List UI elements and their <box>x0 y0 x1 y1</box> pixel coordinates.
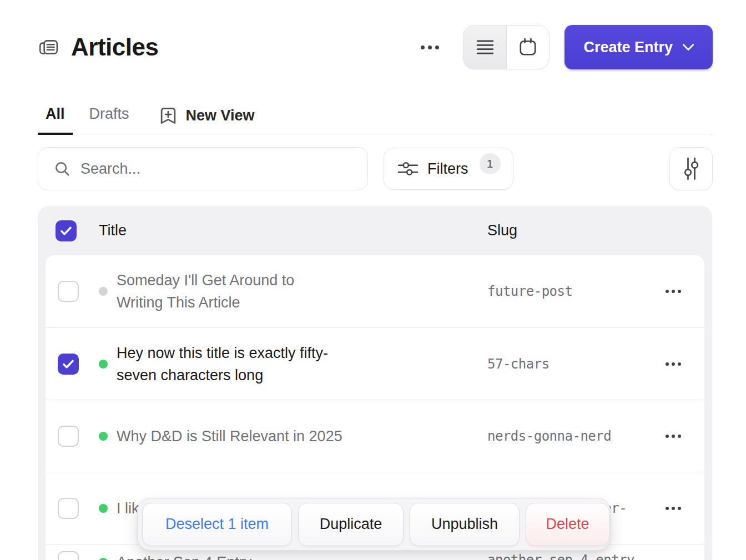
row-menu-button[interactable] <box>662 286 684 296</box>
sliders-horizontal-icon <box>397 160 419 178</box>
chevron-down-icon <box>683 44 694 51</box>
sliders-vertical-icon <box>682 157 700 181</box>
display-options-button[interactable] <box>669 147 713 190</box>
row-checkbox[interactable] <box>58 354 79 375</box>
tab-all[interactable]: All <box>38 103 73 135</box>
search-input[interactable] <box>80 160 354 178</box>
entry-slug: nerds-gonna-nerd <box>487 427 648 445</box>
column-header-slug[interactable]: Slug <box>487 222 517 239</box>
status-dot <box>99 558 108 560</box>
column-header-title[interactable]: Title <box>99 222 127 239</box>
unpublish-button[interactable]: Unpublish <box>410 503 520 546</box>
bulk-action-bar: Deselect 1 item Duplicate Unpublish Dele… <box>137 498 611 551</box>
entry-title[interactable]: Why D&D is Still Relevant in 2025 <box>117 425 344 447</box>
page-title: Articles <box>71 33 158 61</box>
row-menu-button[interactable] <box>662 431 684 441</box>
page-header: Articles <box>38 24 713 70</box>
page-header-left: Articles <box>38 33 158 61</box>
articles-page: Articles <box>0 0 746 560</box>
row-checkbox[interactable] <box>58 281 79 302</box>
checkmark-icon <box>62 359 74 369</box>
row-menu-button[interactable] <box>662 359 684 369</box>
calendar-view-button[interactable] <box>506 26 550 69</box>
filters-count-badge: 1 <box>480 153 501 174</box>
search-box <box>38 147 368 190</box>
row-checkbox[interactable] <box>58 498 79 519</box>
table-row[interactable]: Hey now this title is exactly fifty-seve… <box>46 327 704 400</box>
create-entry-button[interactable]: Create Entry <box>564 25 713 69</box>
view-mode-toggle <box>463 25 550 69</box>
tab-drafts[interactable]: Drafts <box>82 103 137 135</box>
list-view-button[interactable] <box>463 26 506 69</box>
table-header: Title Slug <box>38 206 712 255</box>
row-checkbox[interactable] <box>58 551 79 560</box>
status-dot <box>99 360 108 369</box>
more-actions-button[interactable] <box>417 35 442 59</box>
calendar-icon <box>518 37 538 57</box>
duplicate-button[interactable]: Duplicate <box>298 503 404 546</box>
filters-button[interactable]: Filters 1 <box>384 148 513 190</box>
list-icon <box>475 38 495 57</box>
status-dot <box>99 432 108 441</box>
filters-label: Filters <box>427 160 468 178</box>
table-row[interactable]: Why D&D is Still Relevant in 2025 nerds-… <box>46 400 704 472</box>
more-icon <box>421 46 425 49</box>
delete-button[interactable]: Delete <box>526 503 609 546</box>
entry-title[interactable]: Someday I'll Get Around to Writing This … <box>117 269 344 314</box>
status-dot <box>99 504 108 513</box>
select-all-checkbox[interactable] <box>56 220 77 241</box>
new-view-button[interactable]: New View <box>160 107 255 134</box>
entry-slug: 57-chars <box>487 355 648 373</box>
view-tabs: All Drafts New View <box>38 103 713 134</box>
checkmark-icon <box>60 226 72 236</box>
filter-bar: Filters 1 <box>38 147 713 190</box>
entry-title[interactable]: Another Sep 4 Entry <box>117 551 344 560</box>
entry-slug: another-sep-4-entry <box>487 551 648 560</box>
collection-icon <box>38 37 59 58</box>
row-menu-button[interactable] <box>662 503 684 513</box>
table-row[interactable]: Someday I'll Get Around to Writing This … <box>46 255 704 327</box>
page-header-actions: Create Entry <box>417 25 713 69</box>
search-icon <box>54 160 70 177</box>
status-dot <box>99 287 108 296</box>
row-checkbox[interactable] <box>58 426 79 447</box>
new-view-label: New View <box>186 107 255 124</box>
bookmark-plus-icon <box>160 107 177 125</box>
deselect-button[interactable]: Deselect 1 item <box>142 503 292 546</box>
entry-slug: future-post <box>487 282 648 300</box>
create-entry-label: Create Entry <box>583 39 673 56</box>
entry-title[interactable]: Hey now this title is exactly fifty-seve… <box>117 342 344 386</box>
